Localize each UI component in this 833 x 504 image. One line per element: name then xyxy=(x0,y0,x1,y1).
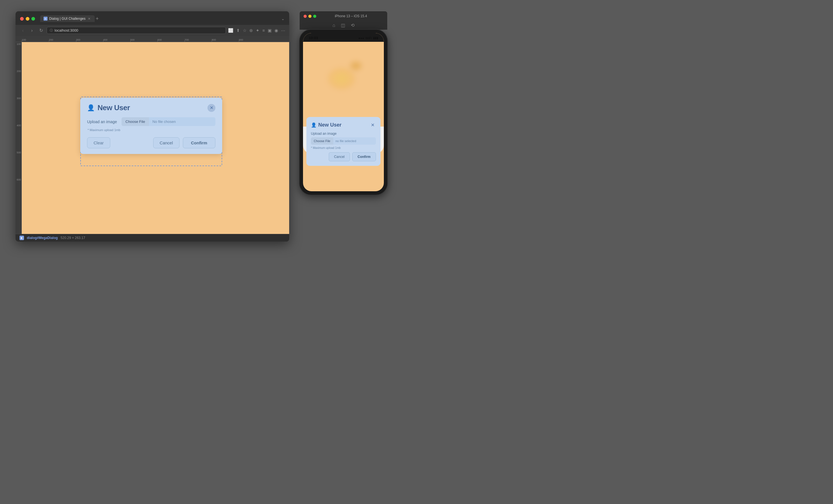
status-element-id: dialog#MegaDialog xyxy=(27,236,58,240)
clear-button[interactable]: Clear xyxy=(87,137,110,148)
background-blob-2 xyxy=(348,59,364,73)
ruler-mark-600: 600 xyxy=(158,39,185,42)
status-dimensions: 520.29 × 263.17 xyxy=(61,236,85,240)
ruler-mark-400: 400 xyxy=(103,39,130,42)
browser-toolbar: ‹ › ↻ ⓘ localhost:3000 ⬜ ⬆ ☆ ⊛ ✦ ≡ ▣ ◉ ⋯ xyxy=(16,25,289,36)
ruler-left-200: 200 xyxy=(17,69,21,96)
lock-icon: ⓘ xyxy=(50,28,53,32)
ruler-top: 100 200 300 400 500 600 700 800 900 xyxy=(16,36,289,42)
iphone-home-icon[interactable]: ⌂ xyxy=(332,23,335,28)
iphone-time: 10:03 xyxy=(309,36,318,40)
dialog-footer: Clear Cancel Confirm xyxy=(87,137,215,148)
menu-icon[interactable]: ⋯ xyxy=(281,28,285,33)
mobile-upload-label: Upload an image xyxy=(311,132,376,135)
iphone-content-area xyxy=(303,42,384,127)
ruler-mark-800: 800 xyxy=(212,39,239,42)
dialog-close-button[interactable]: ✕ xyxy=(208,104,215,112)
mobile-user-add-icon: 👤 xyxy=(311,122,316,128)
signal-icon: ●●● xyxy=(358,36,364,40)
iphone-device: 10:03 ●●● WiFi ▮▮▮ 👤 New User xyxy=(300,30,387,195)
iphone-tl-green[interactable] xyxy=(313,15,316,18)
new-tab-button[interactable]: + xyxy=(96,16,99,21)
open-tab-icon[interactable]: ⬜ xyxy=(228,28,234,33)
fullscreen-button[interactable] xyxy=(31,17,35,21)
list-icon[interactable]: ≡ xyxy=(262,28,265,33)
upload-hint: * Maximum upload 1mb xyxy=(88,128,215,132)
file-input-group: Choose File No file chosen xyxy=(122,117,215,126)
extensions-icon[interactable]: ⊛ xyxy=(249,28,253,33)
iphone-rotate-icon[interactable]: ⟲ xyxy=(351,23,354,28)
user-add-icon: 👤 xyxy=(87,104,95,111)
close-button[interactable] xyxy=(20,17,24,21)
mobile-dialog-header: 👤 New User ✕ xyxy=(311,122,376,128)
confirm-button[interactable]: Confirm xyxy=(183,137,216,148)
address-text: localhost:3000 xyxy=(54,28,78,32)
ruler-left-100: 100 xyxy=(17,42,21,69)
ruler-mark-700: 700 xyxy=(185,39,212,42)
iphone-notch xyxy=(331,33,356,39)
ruler-mark-500: 500 xyxy=(130,39,158,42)
puzzle-icon[interactable]: ✦ xyxy=(256,28,260,33)
iphone-toolbar: ⌂ ◫ ⟲ xyxy=(300,21,387,30)
mobile-dialog-close-button[interactable]: ✕ xyxy=(369,122,376,128)
ruler-left-500: 500 xyxy=(17,151,21,178)
ruler-left-600: 600 xyxy=(17,178,21,205)
iphone-simulator-title: iPhone 13 – iOS 15.4 xyxy=(318,14,383,18)
reload-button[interactable]: ↻ xyxy=(38,27,44,34)
share-icon[interactable]: ⬆ xyxy=(236,28,240,33)
mobile-choose-file-button[interactable]: Choose File xyxy=(311,137,333,145)
choose-file-button[interactable]: Choose File xyxy=(122,117,149,126)
dialog-body: Upload an image Choose File No file chos… xyxy=(87,117,215,132)
no-file-text: No file chosen xyxy=(149,117,215,126)
back-button[interactable]: ‹ xyxy=(20,27,26,34)
iphone-status-bar: 10:03 ●●● WiFi ▮▮▮ xyxy=(303,33,384,42)
dialog-title-group: 👤 New User xyxy=(87,103,130,112)
bookmark-icon[interactable]: ☆ xyxy=(243,28,246,33)
battery-icon: ▮▮▮ xyxy=(373,36,378,40)
minimize-button[interactable] xyxy=(26,17,29,21)
ruler-left-300: 300 xyxy=(17,96,21,123)
ruler-mark-200: 200 xyxy=(49,39,76,42)
upload-row: Upload an image Choose File No file chos… xyxy=(87,117,215,126)
forward-button[interactable]: › xyxy=(28,27,35,34)
iphone-traffic-lights xyxy=(304,15,316,18)
active-tab[interactable]: D Dialog | GUI Challenges ✕ xyxy=(40,15,95,22)
tab-expand-button[interactable]: ⌄ xyxy=(281,17,285,21)
iphone-tl-red[interactable] xyxy=(304,15,307,18)
ruler-left-400: 400 xyxy=(17,123,21,151)
mobile-file-input-group: Choose File no file selected xyxy=(311,137,376,145)
iphone-screenshot-icon[interactable]: ◫ xyxy=(341,23,345,28)
tab-favicon: D xyxy=(44,17,47,21)
tab-bar: D Dialog | GUI Challenges ✕ + ⌄ xyxy=(40,15,285,22)
address-bar[interactable]: ⓘ localhost:3000 xyxy=(47,27,226,34)
mobile-dialog-footer: Cancel Confirm xyxy=(311,152,376,161)
device-icon[interactable]: ▣ xyxy=(268,28,271,33)
traffic-lights xyxy=(20,17,35,21)
toolbar-actions: ⬜ ⬆ ☆ ⊛ ✦ ≡ ▣ ◉ ⋯ xyxy=(228,28,285,33)
content-row: 100 200 300 400 500 600 👤 New User xyxy=(16,42,289,234)
ruler-mark-900: 900 xyxy=(239,39,266,42)
mobile-upload-hint: * Maximum upload 1mb xyxy=(311,146,376,149)
browser-window: D Dialog | GUI Challenges ✕ + ⌄ ‹ › ↻ ⓘ … xyxy=(16,11,289,242)
mobile-cancel-button[interactable]: Cancel xyxy=(329,152,350,161)
iphone-tl-yellow[interactable] xyxy=(308,15,311,18)
profile-icon[interactable]: ◉ xyxy=(275,28,278,33)
ruler-mark-100: 100 xyxy=(22,39,49,42)
upload-label: Upload an image xyxy=(87,120,117,124)
browser-content: 100 200 300 400 500 600 700 800 900 100 … xyxy=(16,36,289,234)
tab-title: Dialog | GUI Challenges xyxy=(49,17,86,21)
mobile-confirm-button[interactable]: Confirm xyxy=(352,152,376,161)
dialog-header: 👤 New User ✕ xyxy=(87,103,215,112)
ruler-marks: 100 200 300 400 500 600 700 800 900 xyxy=(22,39,266,42)
tab-close-button[interactable]: ✕ xyxy=(87,17,91,21)
wifi-icon: WiFi xyxy=(365,36,372,40)
iphone-status-icons: ●●● WiFi ▮▮▮ xyxy=(358,36,378,40)
cancel-button[interactable]: Cancel xyxy=(153,137,180,148)
mobile-dialog-title: New User xyxy=(318,122,341,128)
desktop-dialog: 👤 New User ✕ Upload an image Choose File… xyxy=(80,98,222,154)
page-canvas: 👤 New User ✕ Upload an image Choose File… xyxy=(22,42,289,234)
ruler-mark-300: 300 xyxy=(76,39,103,42)
iphone-title-bar: iPhone 13 – iOS 15.4 xyxy=(300,11,387,21)
mobile-no-file-text: no file selected xyxy=(333,137,376,145)
status-icon: ◧ xyxy=(20,235,24,240)
